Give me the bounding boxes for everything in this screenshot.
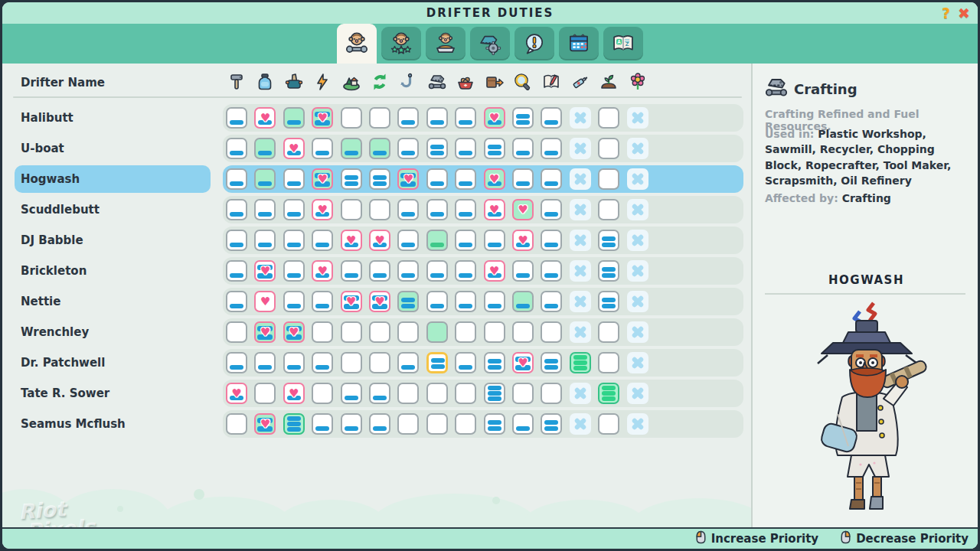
duty-cell-hgb[interactable]: ♥ [312,168,333,190]
duty-cell-b1[interactable] [312,352,333,373]
duty-cell-e[interactable] [541,321,562,343]
duty-cell-b1[interactable] [455,138,476,159]
duty-cell-hb[interactable]: ♥ [512,352,534,373]
duty-cell-e[interactable] [426,413,448,435]
duty-cell-e[interactable] [598,138,619,159]
duty-cell-e[interactable] [369,321,390,343]
drifter-name[interactable]: Dr. Patchwell [15,349,211,377]
duty-cell-e[interactable] [598,107,619,129]
drifter-name[interactable]: U-boat [15,135,211,162]
duty-cell-b1[interactable] [426,291,448,312]
animal-food-icon[interactable] [456,73,475,91]
duty-cell-h1[interactable]: ♥ [484,199,505,220]
duty-cell-e[interactable] [455,321,476,343]
duty-cell-b2[interactable] [598,230,619,251]
duty-cell-b1[interactable] [426,199,448,220]
duty-cell-hgb[interactable]: ♥ [312,107,333,129]
duty-cell-b2[interactable] [598,291,619,312]
gardening-icon[interactable] [629,73,647,91]
medical-icon[interactable] [571,73,590,91]
duty-cell-b2[interactable] [541,413,562,435]
duty-cell-b1[interactable] [455,199,476,220]
duty-cell-e[interactable] [312,321,333,343]
duty-cell-b1[interactable] [283,352,305,373]
duty-cell-e[interactable] [226,413,247,435]
research-icon[interactable] [542,73,560,91]
duty-cell-e[interactable] [369,107,390,129]
duty-cell-h1[interactable]: ♥ [512,230,534,251]
duty-cell-e[interactable] [369,199,390,220]
recycle-icon[interactable] [371,73,389,91]
drifter-name[interactable]: Wrenchley [15,318,211,346]
duty-cell-b1[interactable] [397,352,419,373]
duty-cell-b1[interactable] [455,260,476,282]
drifter-name[interactable]: Scuddlebutt [15,196,211,223]
tab-food[interactable] [426,27,466,60]
fishing-hook-icon[interactable] [399,73,417,91]
duty-cell-hgb[interactable]: ♥ [397,168,419,190]
duty-cell-hgb[interactable]: ♥ [254,413,276,435]
duty-cell-g1[interactable] [254,168,276,190]
water-flask-icon[interactable] [256,73,274,91]
duty-cell-e[interactable] [341,321,362,343]
duty-cell-b2[interactable] [484,413,505,435]
duty-cell-b1[interactable] [341,260,362,282]
tab-dictionary[interactable]: A Z [603,27,643,60]
duty-cell-e[interactable] [369,352,390,373]
duty-cell-b1[interactable] [283,168,305,190]
duty-cell-b1[interactable] [426,168,448,190]
duty-cell-e[interactable] [312,383,333,404]
duty-cell-hg[interactable]: ♥ [512,199,534,220]
duty-cell-e[interactable] [541,383,562,404]
drifter-name[interactable]: Tate R. Sower [15,380,211,407]
duty-cell-b1[interactable] [455,352,476,373]
duty-cell-b1[interactable] [312,138,333,159]
duty-cell-g1[interactable] [283,107,305,129]
duty-cell-b2[interactable] [341,168,362,190]
duty-cell-b1[interactable] [426,107,448,129]
duty-cell-b1[interactable] [455,291,476,312]
tab-tools[interactable] [470,27,510,60]
duty-cell-e[interactable] [598,199,619,220]
duty-cell-h1[interactable]: ♥ [312,260,333,282]
duty-cell-b1[interactable] [541,168,562,190]
duty-cell-h1[interactable]: ♥ [226,383,247,404]
duty-cell-e[interactable] [598,168,619,190]
duty-cell-b2y[interactable] [426,352,448,373]
duty-cell-e[interactable] [484,321,505,343]
duty-cell-b1[interactable] [312,291,333,312]
duty-cell-h1[interactable]: ♥ [283,138,305,159]
drifter-name[interactable]: Halibutt [15,104,211,132]
energy-icon[interactable] [313,73,332,91]
duty-cell-e[interactable] [455,413,476,435]
duty-cell-b1[interactable] [455,168,476,190]
hammer-icon[interactable] [227,73,246,91]
duty-cell-e[interactable] [397,413,419,435]
duty-cell-b1[interactable] [541,260,562,282]
duty-cell-e[interactable] [254,383,276,404]
tab-schedule[interactable] [559,27,599,60]
duty-cell-e[interactable] [512,321,534,343]
duty-cell-b1[interactable] [312,413,333,435]
duty-cell-b2[interactable] [484,138,505,159]
duty-cell-b1[interactable] [226,107,247,129]
duty-cell-b2[interactable] [598,260,619,282]
duty-cell-e[interactable] [598,413,619,435]
duty-cell-b3[interactable] [484,383,505,404]
drifter-name[interactable]: Brickleton [15,257,211,285]
duty-cell-b1[interactable] [283,230,305,251]
duty-cell-g2[interactable] [397,291,419,312]
duty-cell-b1[interactable] [341,413,362,435]
duty-cell-b1[interactable] [397,107,419,129]
duty-cell-b1[interactable] [283,199,305,220]
cooking-pot-icon[interactable] [285,73,303,91]
duty-cell-g3[interactable] [570,352,591,373]
duty-cell-h1[interactable]: ♥ [312,199,333,220]
duty-cell-g1[interactable] [254,138,276,159]
duty-cell-b1[interactable] [312,230,333,251]
duty-cell-hg1[interactable]: ♥ [484,168,505,190]
duty-cell-g1[interactable] [369,138,390,159]
duty-cell-e[interactable] [397,321,419,343]
duty-cell-hgb[interactable]: ♥ [283,321,305,343]
tab-duties[interactable] [337,24,377,64]
